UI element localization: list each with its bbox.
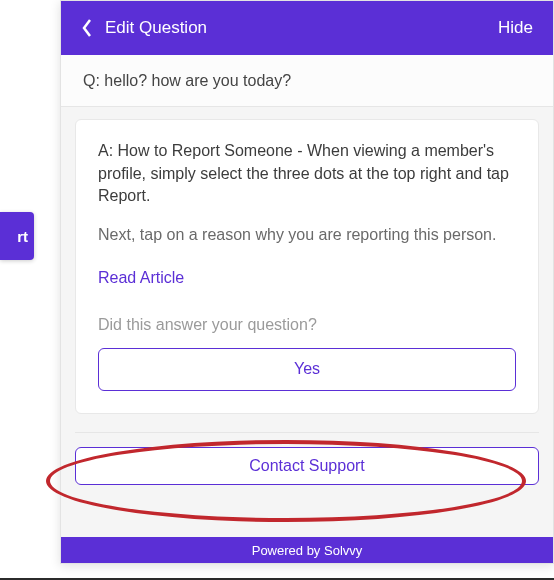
footer-text: Powered by Solvvy	[252, 543, 363, 558]
header-title: Edit Question	[105, 18, 498, 38]
question-bar: Q: hello? how are you today?	[61, 55, 553, 107]
contact-row: Contact Support	[75, 432, 539, 485]
question-text: Q: hello? how are you today?	[83, 72, 291, 90]
back-icon[interactable]	[81, 18, 93, 38]
hide-button[interactable]: Hide	[498, 18, 533, 38]
feedback-prompt: Did this answer your question?	[98, 314, 516, 337]
answer-paragraph-1: A: How to Report Someone - When viewing …	[98, 140, 516, 208]
answer-scroll-area[interactable]: A: How to Report Someone - When viewing …	[61, 107, 553, 537]
support-widget: Edit Question Hide Q: hello? how are you…	[60, 0, 554, 564]
left-side-tab[interactable]: rt	[0, 212, 34, 260]
widget-header: Edit Question Hide	[61, 1, 553, 55]
widget-footer: Powered by Solvvy	[61, 537, 553, 563]
answer-card: A: How to Report Someone - When viewing …	[75, 119, 539, 414]
left-side-tab-label: rt	[17, 228, 28, 245]
yes-button[interactable]: Yes	[98, 348, 516, 391]
contact-support-button[interactable]: Contact Support	[75, 447, 539, 485]
read-article-link[interactable]: Read Article	[98, 267, 184, 290]
answer-paragraph-2: Next, tap on a reason why you are report…	[98, 224, 516, 247]
